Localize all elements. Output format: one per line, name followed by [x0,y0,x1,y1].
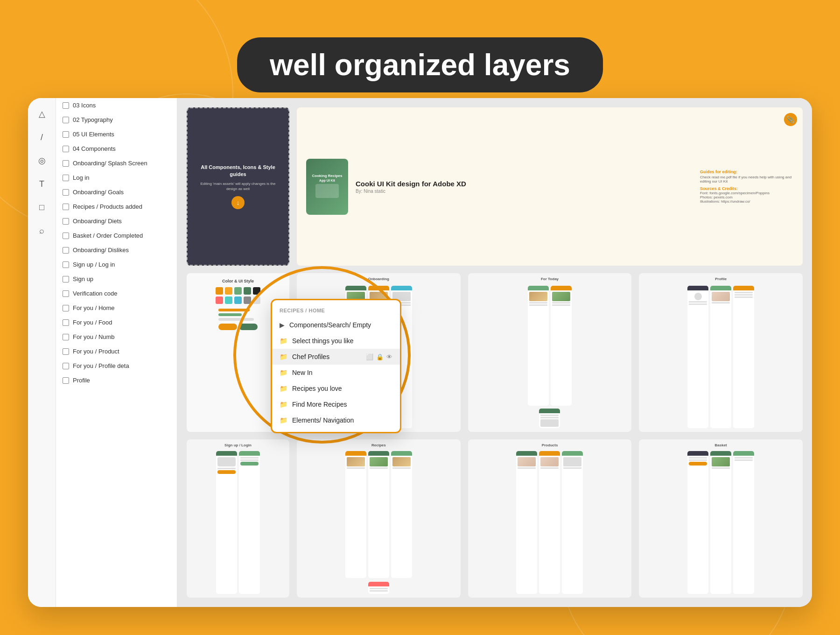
layer-item[interactable]: Profile [56,373,177,388]
layer-label: Verification code [73,290,117,297]
lock-icon[interactable]: 🔒 [376,353,384,360]
section-label-profile: Profile [715,277,727,281]
color-palette-row [216,287,260,295]
layer-page-icon [63,189,69,196]
layer-page-icon [63,305,69,311]
toolbar: △ / ◎ T □ ⌕ [28,98,56,607]
header-title: well organized layers [270,48,570,82]
search-icon[interactable]: ⌕ [35,224,49,237]
layer-item[interactable]: Verification code [56,286,177,301]
layer-item[interactable]: Log in [56,170,177,185]
products-screens [516,451,583,594]
layer-item[interactable]: Basket / Order Completed [56,228,177,243]
color-swatch [253,287,260,295]
color-palette-row-2 [216,296,260,304]
folder-popup-item[interactable]: 📁 Recipes you love [272,381,400,396]
layer-page-icon [63,160,69,167]
layer-page-icon [63,363,69,369]
screen-thumb [687,451,708,594]
style-guide-header: Color & UI Style [222,279,254,283]
phone-thumbnail: Cooking Recipes App UI Kit [306,159,348,215]
layer-label: 02 Typography [73,116,113,123]
layer-page-icon [63,131,69,138]
intro-subtitle: Editing 'main assets' will apply changes… [197,181,279,191]
folder-icon: 📁 [280,353,287,360]
screen-thumb [687,286,708,428]
layer-label: Sign up [73,275,93,282]
layer-item[interactable]: Onboarding/ Diets [56,214,177,228]
attachment-icon: 📎 [784,113,797,126]
folder-item-label: Components/Search/ Empty [289,321,371,329]
eye-icon[interactable]: 👁 [386,353,392,360]
layer-item[interactable]: For you / Food [56,315,177,330]
layer-item[interactable]: 05 UI Elements [56,127,177,141]
header-badge: well organized layers [237,37,603,92]
color-swatch [234,287,242,295]
screen-thumb [710,286,731,428]
layer-item[interactable]: For you / Numb [56,330,177,344]
layer-label: Onboarding/ Splash Screen [73,160,147,167]
layer-item[interactable]: 02 Typography [56,113,177,127]
layer-page-icon [63,175,69,181]
screen-thumb [216,451,237,594]
screen-thumb [528,286,549,405]
layer-item[interactable]: For you / Profile deta [56,359,177,373]
section-label-signup: Sign up / Login [224,443,252,447]
products-screens-card: Products [468,439,632,598]
canvas-area: RECIPES / HOME ▶ Components/Search/ Empt… [177,98,812,607]
export-icon[interactable]: ⬜ [366,353,373,360]
shape-icon[interactable]: □ [35,201,49,214]
folder-item-label: Chef Profiles [292,353,329,360]
screen-thumb [562,451,583,594]
layer-item[interactable]: Onboarding/ Goals [56,185,177,199]
layer-item[interactable]: For you / Home [56,301,177,315]
signup-screens-card: Sign up / Login [187,439,289,598]
layer-item[interactable]: Sign up / Log in [56,257,177,272]
pen-icon[interactable]: / [35,131,49,144]
layer-page-icon [63,102,69,109]
layer-page-icon [63,377,69,384]
layer-label: Onboarding/ Dislikes [73,247,129,254]
layer-label: Log in [73,174,89,181]
triangle-icon[interactable]: △ [35,107,49,120]
layer-item[interactable]: 03 Icons [56,98,177,113]
color-swatch [234,296,242,304]
layer-page-icon [63,348,69,355]
folder-popup-item-new-in[interactable]: 📁 New In [272,365,400,381]
folder-popup-item[interactable]: 📁 Select things you like [272,333,400,349]
kit-title: Cooki UI Kit design for Adobe XD [356,180,466,188]
layer-page-icon [63,276,69,282]
folder-item-label: Find More Recipes [292,401,347,408]
folder-popup-item[interactable]: ▶ Components/Search/ Empty [272,317,400,333]
folder-icon: 📁 [280,416,287,424]
layer-label: For you / Numb [73,333,115,340]
layer-page-icon [63,261,69,268]
folder-popup: RECIPES / HOME ▶ Components/Search/ Empt… [271,299,401,433]
folder-icon: 📁 [280,401,287,408]
folder-item-label: Select things you like [292,337,354,345]
folder-popup-item[interactable]: 📁 Elements/ Navigation [272,412,400,428]
folder-popup-item-chef-profiles[interactable]: 📁 Chef Profiles ⬜ 🔒 👁 [272,349,400,365]
layer-item[interactable]: Onboarding/ Splash Screen [56,156,177,170]
color-swatch [216,287,223,295]
screen-thumb [368,582,389,594]
layer-item[interactable]: 04 Components [56,141,177,156]
layer-item[interactable]: For you / Product [56,344,177,359]
guide-text: Check read me.pdf file if you needs help… [700,175,793,183]
folder-popup-item[interactable]: 📁 Find More Recipes [272,396,400,412]
color-swatch [216,296,223,304]
circle-icon[interactable]: ◎ [35,154,49,167]
font-info: Font: fonts.google.com/specimen/Poppins [700,191,793,195]
layer-item[interactable]: Recipes / Products added [56,199,177,214]
layer-label: Recipes / Products added [73,203,142,210]
text-icon[interactable]: T [35,177,49,190]
section-label-recipes: Recipes [371,443,386,447]
recipes-screens-2 [368,582,389,594]
layer-label: For you / Profile deta [73,362,129,369]
layer-label: Basket / Order Completed [73,232,143,239]
layer-page-icon [63,247,69,254]
layer-item[interactable]: Onboarding/ Dislikes [56,243,177,257]
layer-item[interactable]: Sign up [56,272,177,286]
screen-thumb [391,451,412,578]
main-card: △ / ◎ T □ ⌕ 03 Icons 02 Typography 05 UI… [28,98,812,607]
